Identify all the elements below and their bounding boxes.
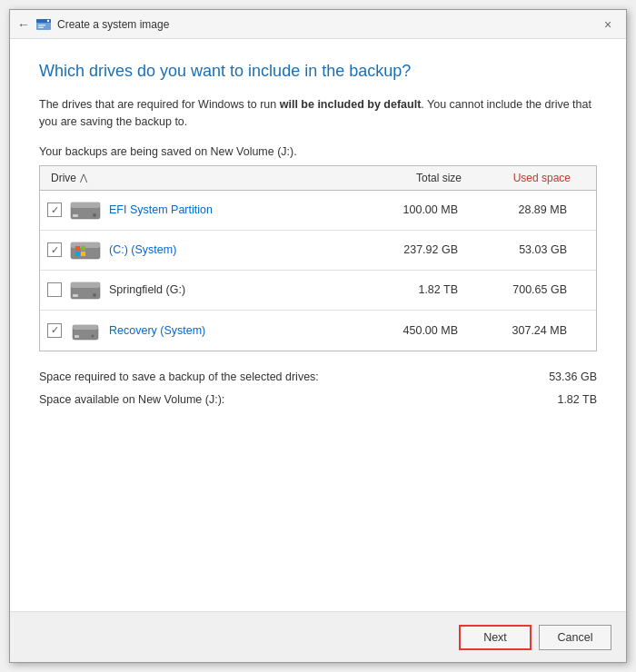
svg-rect-6	[71, 203, 100, 208]
hdd-icon-3	[69, 318, 102, 343]
backup-icon	[35, 16, 52, 33]
windows-drive-icon	[69, 237, 102, 262]
back-button[interactable]: ←	[17, 17, 30, 32]
cancel-button[interactable]: Cancel	[539, 625, 611, 650]
page-title: Which drives do you want to include in t…	[39, 61, 597, 82]
drive-checkbox-3[interactable]	[47, 323, 62, 338]
svg-rect-13	[75, 252, 80, 256]
svg-point-2	[47, 19, 49, 21]
svg-point-18	[93, 293, 96, 297]
drive-cell-left: Recovery (System)	[47, 318, 356, 343]
svg-rect-16	[71, 282, 100, 288]
hdd-icon-2	[69, 277, 102, 302]
drive-name-1: (C:) (System)	[109, 243, 176, 256]
drive-name-3: Recovery (System)	[109, 324, 205, 337]
svg-rect-12	[81, 246, 85, 251]
backup-location-text: Your backups are being saved on New Volu…	[39, 145, 597, 158]
table-row: Springfield (G:) 1.82 TB 700.65 GB	[40, 271, 596, 311]
svg-rect-7	[73, 214, 78, 217]
table-row: EFI System Partition 100.00 MB 28.89 MB	[40, 191, 596, 231]
drive-name-2: Springfield (G:)	[109, 283, 185, 296]
col-drive: Drive ⋀	[47, 170, 356, 186]
drive-total-2: 1.82 TB	[356, 283, 465, 296]
title-bar: ← Create a system image ×	[10, 10, 626, 39]
drive-cell-left: Springfield (G:)	[47, 277, 356, 302]
space-required-value: 53.36 GB	[549, 366, 597, 389]
space-available-row: Space available on New Volume (J:): 1.82…	[39, 389, 597, 411]
table-row: Recovery (System) 450.00 MB 307.24 MB	[40, 311, 596, 351]
svg-rect-20	[73, 325, 98, 330]
svg-rect-11	[75, 246, 80, 251]
content-area: Which drives do you want to include in t…	[10, 39, 626, 611]
svg-rect-21	[75, 335, 79, 338]
drive-total-0: 100.00 MB	[356, 203, 465, 216]
drive-used-1: 53.03 GB	[465, 243, 574, 256]
col-total: Total size	[356, 170, 465, 186]
title-bar-left: ← Create a system image	[17, 16, 169, 33]
space-info: Space required to save a backup of the s…	[39, 366, 597, 411]
space-required-row: Space required to save a backup of the s…	[39, 366, 597, 389]
desc-bold: will be included by default	[280, 98, 422, 111]
svg-rect-14	[81, 252, 85, 256]
svg-rect-4	[38, 26, 44, 28]
table-header: Drive ⋀ Total size Used space	[40, 166, 596, 191]
drive-checkbox-0[interactable]	[47, 203, 62, 217]
desc-text-1: The drives that are required for Windows…	[39, 98, 280, 111]
drive-checkbox-2[interactable]	[47, 282, 62, 297]
next-button[interactable]: Next	[459, 625, 532, 650]
drive-used-3: 307.24 MB	[465, 324, 574, 337]
close-button[interactable]: ×	[597, 14, 619, 35]
footer: Next Cancel	[10, 611, 626, 662]
main-window: ← Create a system image × Which drives d…	[9, 9, 627, 663]
svg-point-8	[93, 213, 96, 217]
sort-icon: ⋀	[80, 173, 87, 183]
svg-rect-17	[73, 294, 78, 297]
svg-rect-3	[38, 25, 45, 26]
drive-cell-left: EFI System Partition	[47, 197, 356, 222]
space-available-label: Space available on New Volume (J:):	[39, 389, 224, 411]
drive-checkbox-1[interactable]	[47, 242, 62, 257]
drive-total-1: 237.92 GB	[356, 243, 465, 256]
drive-used-0: 28.89 MB	[465, 203, 574, 216]
col-used: Used space	[465, 170, 574, 186]
drives-table: Drive ⋀ Total size Used space EFI Syste	[39, 165, 597, 351]
drive-total-3: 450.00 MB	[356, 324, 465, 337]
drive-cell-left: (C:) (System)	[47, 237, 356, 262]
space-available-value: 1.82 TB	[557, 389, 597, 411]
svg-point-22	[92, 334, 94, 337]
space-required-label: Space required to save a backup of the s…	[39, 366, 319, 389]
drive-used-2: 700.65 GB	[465, 283, 574, 296]
table-row: (C:) (System) 237.92 GB 53.03 GB	[40, 231, 596, 271]
hdd-icon-0	[69, 197, 102, 222]
drive-name-0: EFI System Partition	[109, 203, 213, 216]
window-title: Create a system image	[57, 18, 169, 31]
description: The drives that are required for Windows…	[39, 96, 597, 131]
